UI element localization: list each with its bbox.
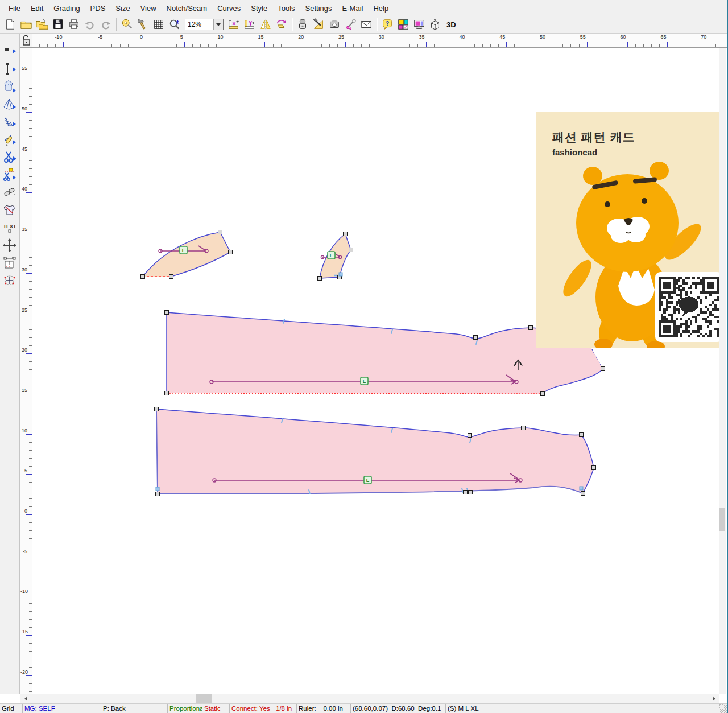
grading-tool-button[interactable] [295, 17, 311, 32]
vertex-handle[interactable] [580, 433, 584, 437]
dart-fan-tool[interactable] [1, 96, 19, 113]
menu-item-notch-seam[interactable]: Notch/Seam [162, 1, 213, 15]
svg-text:L: L [182, 248, 185, 253]
menu-item-help[interactable]: Help [368, 1, 394, 15]
shirt-tool[interactable] [1, 201, 19, 219]
reference-handle[interactable] [580, 487, 583, 490]
zoom-tool-button[interactable] [167, 17, 183, 32]
vertex-handle[interactable] [469, 491, 473, 494]
horizontal-scrollbar[interactable] [20, 694, 719, 703]
menu-item-view[interactable]: View [135, 1, 162, 15]
open-file-button[interactable] [18, 17, 34, 32]
menu-item-edit[interactable]: Edit [26, 1, 48, 15]
pattern-piece-collar-right[interactable]: L [320, 234, 351, 278]
email-send-button[interactable] [358, 17, 374, 32]
perimeter-xy-tool[interactable] [1, 272, 19, 289]
vertex-handle[interactable] [218, 230, 222, 234]
toolbar-separator [377, 18, 377, 31]
vertex-handle[interactable] [581, 492, 585, 496]
menu-item-pds[interactable]: PDS [85, 1, 111, 15]
redo-button[interactable] [98, 17, 114, 32]
new-document-button[interactable] [2, 17, 18, 32]
menu-item-grading[interactable]: Grading [48, 1, 85, 15]
vertex-handle[interactable] [344, 232, 348, 236]
vertex-handle[interactable] [464, 491, 468, 494]
menu-item-settings[interactable]: Settings [300, 1, 337, 15]
vertex-handle[interactable] [349, 248, 353, 252]
menu-item-file[interactable]: File [3, 1, 26, 15]
snapshot-button[interactable] [326, 17, 342, 32]
pattern-piece-tool[interactable] [1, 78, 19, 95]
mirror-button[interactable] [258, 17, 274, 32]
vertex-handle[interactable] [169, 275, 173, 279]
text-tool-icon: TEXT [2, 220, 17, 235]
measure-distance-icon [2, 255, 17, 270]
marker-view-button[interactable] [411, 17, 427, 32]
svg-text:L: L [363, 378, 366, 384]
pick-tool-button[interactable] [342, 17, 358, 32]
toolbar-separator [116, 18, 117, 31]
help-button[interactable]: ? [379, 17, 395, 32]
vertical-scroll-thumb[interactable] [719, 508, 725, 531]
select-point-tool[interactable] [1, 43, 19, 60]
vertex-handle[interactable] [474, 336, 478, 340]
vertex-handle[interactable] [165, 311, 169, 315]
move-x-button[interactable] [226, 17, 242, 32]
scissors-cut-tool[interactable] [1, 149, 19, 166]
menu-item-size[interactable]: Size [110, 1, 135, 15]
scissors-seam-tool[interactable] [1, 166, 19, 183]
svg-text:L: L [330, 253, 333, 258]
vertex-handle[interactable] [165, 391, 169, 395]
vertex-handle[interactable] [592, 466, 596, 470]
corner-trim-tool[interactable] [1, 113, 19, 130]
zoom-level-select[interactable]: 12% [185, 19, 224, 30]
move-y-button[interactable] [242, 17, 258, 32]
measure-distance-tool[interactable] [1, 254, 19, 271]
menu-item-curves[interactable]: Curves [212, 1, 246, 15]
scroll-left-arrow[interactable] [20, 694, 30, 703]
vertex-handle[interactable] [229, 250, 233, 254]
measure-tape-button[interactable] [119, 17, 135, 32]
import-pattern-button[interactable] [34, 17, 50, 32]
status-coords: (68.60,0.07) D:68.60 Deg:0.1 [351, 704, 446, 713]
vertex-handle[interactable] [141, 275, 145, 279]
move-cross-tool[interactable] [1, 237, 19, 254]
walkthrough-3d-button[interactable] [427, 17, 443, 32]
hammer-tool-button[interactable] [135, 17, 151, 32]
view-3d-label[interactable]: 3D [446, 20, 456, 29]
chain-link-tool[interactable] [1, 184, 19, 201]
drawing-canvas[interactable]: L L L [32, 48, 719, 694]
vertex-handle[interactable] [601, 367, 605, 371]
vertex-handle[interactable] [155, 407, 159, 411]
resize-grip[interactable] [719, 704, 727, 713]
reference-handle[interactable] [339, 273, 342, 276]
rotate-piece-button[interactable] [274, 17, 289, 32]
vertex-handle[interactable] [522, 426, 526, 430]
menu-item-e-mail[interactable]: E-Mail [337, 1, 369, 15]
vertex-handle[interactable] [318, 277, 322, 281]
status-proportional: Proportional [168, 704, 202, 713]
scissors-icon [2, 150, 17, 164]
scroll-right-arrow[interactable] [710, 694, 719, 703]
grid-table-button[interactable] [151, 17, 167, 32]
vertex-handle[interactable] [541, 392, 545, 396]
dropdown-arrow-icon[interactable] [213, 19, 223, 30]
vertex-handle[interactable] [156, 492, 160, 496]
text-tool[interactable]: TEXT [1, 219, 19, 236]
print-button[interactable] [66, 17, 82, 32]
pattern-piece-collar-left[interactable]: L [143, 232, 230, 277]
vertex-handle[interactable] [529, 326, 533, 330]
pattern-piece-body-lower[interactable]: L [156, 409, 594, 494]
reference-handle[interactable] [156, 487, 159, 491]
pattern-design-button[interactable] [395, 17, 411, 32]
line-endpoints-tool[interactable] [1, 60, 19, 77]
undo-button[interactable] [82, 17, 98, 32]
pencil-curve-tool[interactable] [1, 131, 19, 148]
menu-item-style[interactable]: Style [246, 1, 272, 15]
setsquare-tool-button[interactable] [311, 17, 326, 32]
save-button[interactable] [50, 17, 66, 32]
menu-item-tools[interactable]: Tools [272, 1, 300, 15]
horizontal-scroll-thumb[interactable] [196, 694, 212, 703]
vertex-handle[interactable] [468, 434, 472, 438]
vertical-scrollbar[interactable] [719, 48, 726, 694]
